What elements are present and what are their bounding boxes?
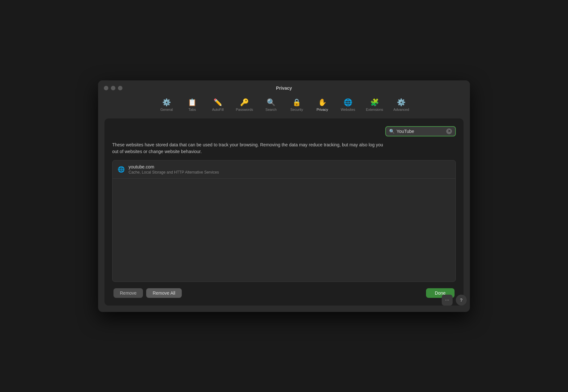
remove-all-button[interactable]: Remove All xyxy=(146,288,182,298)
close-button[interactable] xyxy=(104,86,108,90)
security-icon: 🔒 xyxy=(292,99,301,106)
window-title: Privacy xyxy=(276,86,292,91)
tabs-icon: 📋 xyxy=(188,99,196,106)
toolbar-item-security[interactable]: 🔒 Security xyxy=(284,96,310,114)
titlebar: Privacy xyxy=(98,80,470,94)
description-text: These websites have stored data that can… xyxy=(112,142,388,155)
search-box: 🔍 ✕ xyxy=(385,126,456,136)
bottom-bar: Remove Remove All Done xyxy=(112,288,456,298)
toolbar-item-websites[interactable]: 🌐 Websites xyxy=(335,96,361,114)
autofill-label: AutoFill xyxy=(212,108,224,111)
extensions-label: Extensions xyxy=(366,108,383,111)
websites-icon: 🌐 xyxy=(344,99,352,106)
toolbar: ⚙️ General 📋 Tabs ✏️ AutoFill 🔑 Password… xyxy=(98,94,470,118)
left-buttons: Remove Remove All xyxy=(113,288,182,298)
website-info: youtube.com Cache, Local Storage and HTT… xyxy=(129,164,219,175)
toolbar-item-privacy[interactable]: ✋ Privacy xyxy=(310,96,335,114)
maximize-button[interactable] xyxy=(118,86,122,90)
list-item[interactable]: 🌐 youtube.com Cache, Local Storage and H… xyxy=(113,160,455,179)
traffic-lights xyxy=(104,86,122,90)
privacy-label: Privacy xyxy=(316,108,328,111)
search-label: Search xyxy=(265,108,277,111)
minimize-button[interactable] xyxy=(111,86,115,90)
search-row: 🔍 ✕ xyxy=(112,126,456,136)
search-nav-icon: 🔍 xyxy=(267,99,275,106)
autofill-icon: ✏️ xyxy=(213,99,222,106)
general-label: General xyxy=(160,108,173,111)
general-icon: ⚙️ xyxy=(162,99,171,106)
content-area: 🔍 ✕ These websites have stored data that… xyxy=(104,118,464,306)
remove-button[interactable]: Remove xyxy=(113,288,143,298)
advanced-icon: ⚙️ xyxy=(397,99,405,106)
website-detail: Cache, Local Storage and HTTP Alternativ… xyxy=(129,170,219,175)
passwords-label: Passwords xyxy=(236,108,253,111)
website-list: 🌐 youtube.com Cache, Local Storage and H… xyxy=(112,160,456,282)
toolbar-item-general[interactable]: ⚙️ General xyxy=(154,96,180,114)
passwords-icon: 🔑 xyxy=(240,99,249,106)
main-window: Privacy ⚙️ General 📋 Tabs ✏️ AutoFill 🔑 … xyxy=(98,80,470,312)
search-clear-button[interactable]: ✕ xyxy=(446,128,452,134)
extensions-icon: 🧩 xyxy=(370,99,379,106)
privacy-icon: ✋ xyxy=(318,99,327,106)
toolbar-item-tabs[interactable]: 📋 Tabs xyxy=(180,96,205,114)
advanced-label: Advanced xyxy=(393,108,409,111)
toolbar-item-extensions[interactable]: 🧩 Extensions xyxy=(361,96,388,114)
toolbar-item-passwords[interactable]: 🔑 Passwords xyxy=(231,96,258,114)
globe-icon: 🌐 xyxy=(118,166,125,173)
tabs-label: Tabs xyxy=(188,108,196,111)
help-button[interactable]: ? xyxy=(456,295,467,306)
toolbar-item-advanced[interactable]: ⚙️ Advanced xyxy=(388,96,414,114)
search-icon: 🔍 xyxy=(389,129,395,134)
toolbar-item-search[interactable]: 🔍 Search xyxy=(258,96,284,114)
toolbar-item-autofill[interactable]: ✏️ AutoFill xyxy=(205,96,231,114)
websites-label: Websites xyxy=(341,108,355,111)
search-input[interactable] xyxy=(397,129,444,134)
website-name: youtube.com xyxy=(129,164,219,169)
security-label: Security xyxy=(290,108,303,111)
more-options-button[interactable]: ··· xyxy=(442,295,453,306)
